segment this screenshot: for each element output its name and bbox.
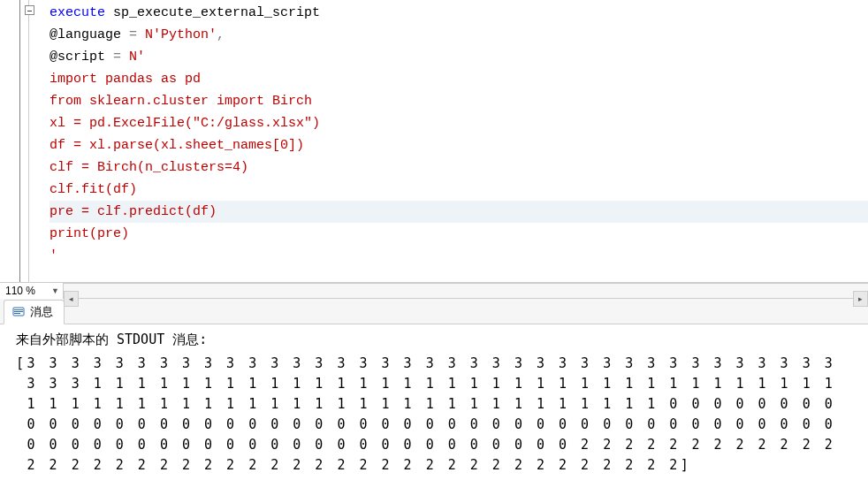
code-line[interactable]: @language = N'Python',	[49, 24, 868, 46]
results-tabs: 消息	[0, 299, 868, 324]
zoom-dropdown[interactable]: 110 % ▼	[0, 283, 64, 299]
editor-footer-row: 110 % ▼ ◂ ▸	[0, 283, 868, 299]
code-line[interactable]: pre = clf.predict(df)	[49, 201, 868, 223]
scroll-left-icon[interactable]: ◂	[64, 291, 79, 307]
collapse-toggle-icon[interactable]	[25, 5, 34, 15]
code-line[interactable]: from sklearn.cluster import Birch	[49, 90, 868, 112]
code-line[interactable]: clf.fit(df)	[49, 179, 868, 201]
results-data: [3 3 3 3 3 3 3 3 3 3 3 3 3 3 3 3 3 3 3 3…	[16, 354, 864, 476]
code-line[interactable]: xl = pd.ExcelFile("C:/glass.xlsx")	[49, 112, 868, 134]
scroll-right-icon[interactable]: ▸	[853, 291, 868, 307]
tab-messages-label: 消息	[30, 304, 53, 320]
messages-icon	[11, 305, 26, 319]
tab-messages[interactable]: 消息	[4, 300, 65, 324]
zoom-level-label: 110 %	[5, 285, 35, 297]
code-line[interactable]: import pandas as pd	[49, 68, 868, 90]
code-line[interactable]: '	[49, 245, 868, 267]
results-header: 来自外部脚本的 STDOUT 消息:	[16, 330, 864, 350]
editor-gutter	[0, 0, 39, 282]
code-lines[interactable]: execute sp_execute_external_script@langu…	[39, 0, 868, 282]
results-pane[interactable]: 来自外部脚本的 STDOUT 消息: [3 3 3 3 3 3 3 3 3 3 …	[0, 324, 868, 503]
code-line[interactable]: print(pre)	[49, 223, 868, 245]
code-line[interactable]: clf = Birch(n_clusters=4)	[49, 156, 868, 179]
code-line[interactable]: df = xl.parse(xl.sheet_names[0])	[49, 134, 868, 156]
code-line[interactable]: @script = N'	[49, 46, 868, 68]
chevron-down-icon: ▼	[51, 286, 59, 295]
code-line[interactable]: execute sp_execute_external_script	[49, 2, 868, 24]
code-editor[interactable]: execute sp_execute_external_script@langu…	[0, 0, 868, 283]
